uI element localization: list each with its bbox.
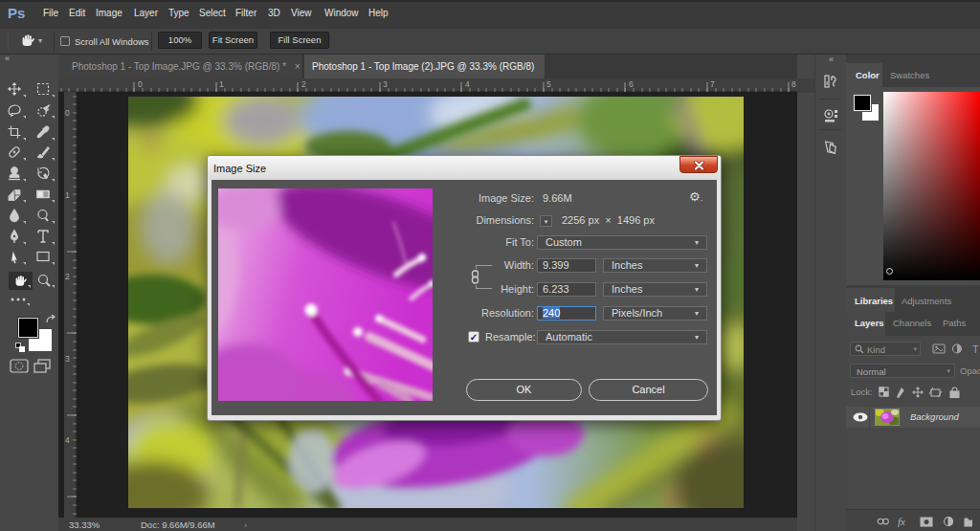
svg-text:fx: fx [898, 516, 905, 527]
svg-text:T: T [972, 343, 979, 355]
